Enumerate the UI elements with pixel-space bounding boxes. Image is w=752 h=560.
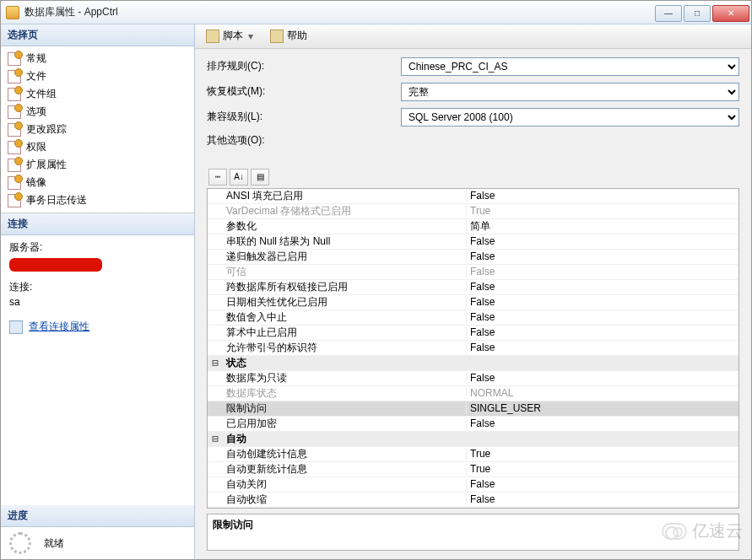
page-icon [8, 105, 21, 119]
categorize-button[interactable]: ┉ [208, 169, 227, 186]
property-value[interactable]: False [466, 250, 738, 262]
property-value[interactable]: False [466, 326, 738, 338]
nav-item-label: 选项 [26, 105, 46, 119]
connection-value: sa [9, 296, 186, 308]
property-value[interactable]: True [466, 463, 738, 475]
property-row[interactable]: 算术中止已启用False [208, 326, 738, 341]
nav-item-label: 镜像 [26, 175, 46, 190]
property-value: True [466, 205, 738, 217]
property-row[interactable]: 跨数据库所有权链接已启用False [208, 280, 738, 295]
property-row[interactable]: 已启用加密False [208, 417, 738, 432]
property-pages-button[interactable]: ▤ [251, 169, 269, 186]
property-value[interactable]: False [466, 190, 738, 202]
connection-header: 连接 [1, 213, 194, 235]
connection-label: 连接: [9, 280, 186, 294]
property-value[interactable]: False [466, 342, 738, 353]
right-pane: 脚本 ▾ 帮助 排序规则(C): Chinese_PRC_CI_AS 恢复模式(… [195, 24, 751, 559]
property-value[interactable]: False [466, 417, 738, 429]
property-category[interactable]: ⊟状态 [208, 356, 738, 371]
nav-item-label: 常规 [26, 51, 46, 66]
property-row[interactable]: 限制访问SINGLE_USER [208, 401, 738, 417]
description-title: 限制访问 [213, 519, 253, 530]
property-value[interactable]: False [466, 311, 738, 323]
property-category[interactable]: ⊟自动 [208, 432, 738, 447]
alphabetize-button[interactable]: A↓ [230, 169, 248, 186]
nav-item[interactable]: 更改跟踪 [1, 121, 194, 138]
category-label: 自动 [223, 432, 466, 446]
property-label: 允许带引号的标识符 [223, 341, 466, 355]
property-value[interactable]: SINGLE_USER [466, 402, 738, 414]
property-label: ANSI 填充已启用 [223, 189, 466, 203]
property-row[interactable]: 日期相关性优化已启用False [208, 295, 738, 310]
nav-item[interactable]: 文件组 [1, 85, 194, 103]
connection-props-icon [9, 320, 23, 334]
server-name-redacted [9, 258, 102, 272]
nav-item[interactable]: 事务日志传送 [1, 191, 194, 209]
property-label: 数据库状态 [223, 386, 466, 401]
progress-section: 就绪 [1, 527, 194, 559]
page-icon [8, 159, 21, 172]
property-row[interactable]: 数据库为只读False [208, 371, 738, 386]
connection-section: 服务器: 连接: sa 查看连接属性 [1, 235, 194, 505]
property-label: 数据库为只读 [223, 371, 466, 385]
property-row[interactable]: ANSI 填充已启用False [208, 189, 738, 204]
property-label: 递归触发器已启用 [223, 250, 466, 264]
view-connection-props-link[interactable]: 查看连接属性 [29, 320, 89, 332]
property-row[interactable]: 递归触发器已启用False [208, 250, 738, 265]
property-row[interactable]: 自动创建统计信息True [208, 447, 738, 462]
recovery-select[interactable]: 完整 [401, 83, 739, 101]
nav-item-label: 文件 [26, 69, 46, 83]
property-grid[interactable]: ANSI 填充已启用FalseVarDecimal 存储格式已启用True参数化… [207, 188, 739, 509]
script-icon [206, 30, 219, 43]
property-row[interactable]: 自动收缩False [208, 493, 738, 508]
property-value[interactable]: False [466, 296, 738, 308]
nav-item[interactable]: 镜像 [1, 174, 194, 191]
property-value[interactable]: False [466, 281, 738, 293]
dialog-body: 选择页 常规文件文件组选项更改跟踪权限扩展属性镜像事务日志传送 连接 服务器: … [1, 24, 751, 559]
collapse-icon[interactable]: ⊟ [208, 357, 223, 369]
collation-select[interactable]: Chinese_PRC_CI_AS [401, 57, 739, 76]
property-row[interactable]: 可信False [208, 265, 738, 280]
help-button[interactable]: 帮助 [264, 26, 313, 46]
property-row[interactable]: 自动异步更新统计信息False [208, 508, 738, 509]
nav-item[interactable]: 常规 [1, 50, 194, 67]
property-row[interactable]: 允许带引号的标识符False [208, 341, 738, 356]
property-label: 可信 [223, 265, 466, 279]
property-value[interactable]: False [466, 493, 738, 505]
page-icon [8, 70, 21, 83]
property-value[interactable]: False [466, 372, 738, 384]
select-page-header: 选择页 [1, 24, 194, 46]
property-value[interactable]: True [466, 448, 738, 460]
property-row[interactable]: VarDecimal 存储格式已启用True [208, 204, 738, 219]
nav-item-label: 事务日志传送 [26, 193, 87, 207]
grid-toolbar: ┉ A↓ ▤ [207, 166, 739, 188]
property-value[interactable]: False [466, 235, 738, 247]
property-label: 自动异步更新统计信息 [223, 508, 466, 509]
collapse-icon[interactable]: ⊟ [208, 433, 223, 444]
property-row[interactable]: 数据库状态NORMAL [208, 386, 738, 401]
property-row[interactable]: 数值舍入中止False [208, 310, 738, 326]
nav-item[interactable]: 权限 [1, 138, 194, 156]
property-label: 自动更新统计信息 [223, 462, 466, 477]
help-label: 帮助 [287, 29, 307, 43]
property-row[interactable]: 参数化简单 [208, 219, 738, 234]
property-value: NORMAL [466, 387, 738, 399]
property-row[interactable]: 自动关闭False [208, 477, 738, 493]
property-label: 数值舍入中止 [223, 310, 466, 325]
property-row[interactable]: 自动更新统计信息True [208, 462, 738, 477]
left-pane: 选择页 常规文件文件组选项更改跟踪权限扩展属性镜像事务日志传送 连接 服务器: … [1, 24, 195, 559]
nav-item[interactable]: 扩展属性 [1, 156, 194, 174]
nav-item[interactable]: 文件 [1, 67, 194, 85]
property-value[interactable]: False [466, 478, 738, 490]
property-value[interactable]: 简单 [466, 219, 738, 234]
compat-select[interactable]: SQL Server 2008 (100) [401, 108, 739, 127]
maximize-button[interactable]: □ [684, 5, 711, 22]
help-icon [270, 30, 284, 43]
property-row[interactable]: 串联的 Null 结果为 NullFalse [208, 234, 738, 250]
minimize-button[interactable]: — [655, 5, 682, 22]
property-label: 跨数据库所有权链接已启用 [223, 280, 466, 294]
close-button[interactable]: ✕ [712, 5, 749, 22]
nav-item[interactable]: 选项 [1, 103, 194, 121]
script-button[interactable]: 脚本 ▾ [200, 26, 261, 46]
collation-label: 排序规则(C): [207, 59, 401, 73]
